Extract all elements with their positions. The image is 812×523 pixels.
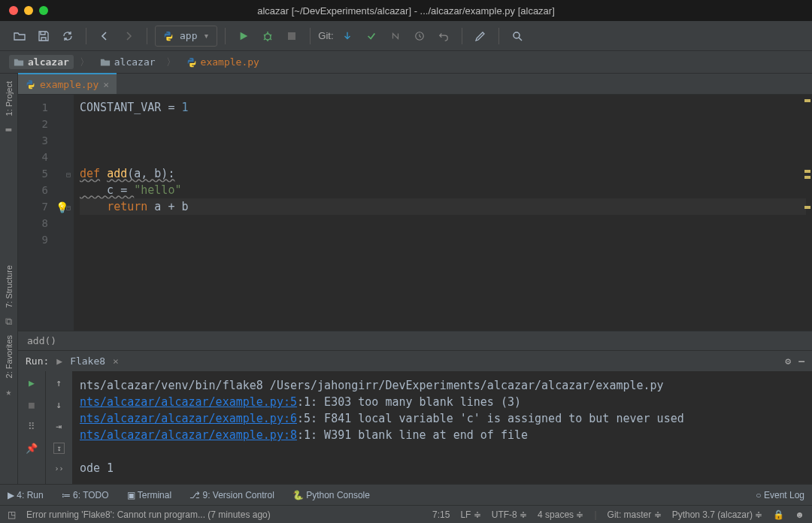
code-text <box>80 200 107 213</box>
settings-icon[interactable] <box>470 26 491 47</box>
event-log-tab[interactable]: ○ Event Log <box>756 490 804 500</box>
breadcrumb-bar: alcazar 〉 alcazar 〉 example.py <box>0 51 812 74</box>
search-icon[interactable] <box>507 26 528 47</box>
hide-icon[interactable]: — <box>798 355 804 367</box>
rerun-button[interactable]: ▶ <box>29 377 35 388</box>
editor-tabs: example.py × <box>18 74 812 95</box>
git-label: Git: <box>318 30 333 41</box>
svg-point-0 <box>265 34 271 40</box>
window-minimize-button[interactable] <box>24 6 33 15</box>
lock-icon[interactable]: 🔒 <box>773 509 784 520</box>
git-commit-icon[interactable] <box>361 26 382 47</box>
git-revert-icon[interactable] <box>433 26 454 47</box>
pin-button[interactable]: 📌 <box>26 443 38 454</box>
python-icon <box>163 31 174 41</box>
tool-vcs-label: 9: Version Control <box>202 490 274 500</box>
scroll-button[interactable]: ↧ <box>53 443 64 454</box>
tool-todo-label: 6: TODO <box>73 490 109 500</box>
stop-button[interactable] <box>281 26 302 47</box>
close-icon[interactable]: × <box>103 79 109 90</box>
nav-back-button[interactable] <box>94 26 115 47</box>
window-close-button[interactable] <box>9 6 18 15</box>
event-log-label: Event Log <box>764 490 804 500</box>
wrap-button[interactable]: ⇥ <box>56 421 62 432</box>
structure-icon[interactable]: ⧉ <box>5 316 12 328</box>
run-tab-label[interactable]: Flake8 <box>70 355 105 367</box>
console-link[interactable]: nts/alcazar/alcazar/example.py:5 <box>80 395 297 409</box>
editor-breadcrumb-label[interactable]: add() <box>27 335 56 346</box>
code-text <box>100 167 107 180</box>
code-area[interactable]: CONSTANT_VAR = 1 def add(a, b): c = "hel… <box>74 95 812 331</box>
console-line: nts/alcazar/alcazar/example.py:8:1: W391… <box>80 427 804 443</box>
console-line: nts/alcazar/venv/bin/flake8 /Users/jahon… <box>80 377 804 394</box>
git-update-icon[interactable] <box>337 26 358 47</box>
fold-handle-icon[interactable]: ⊟ <box>66 167 71 183</box>
gear-icon[interactable]: ⚙ <box>785 355 791 367</box>
line-number: 9 <box>18 231 69 248</box>
tool-todo-tab[interactable]: ≔ 6: TODO <box>62 490 109 500</box>
ide-status-icon[interactable]: ☻ <box>795 509 804 520</box>
gutter: 1 2 3 4 5 6 7 8 9 ⊟ ⊟ 💡 <box>18 95 74 331</box>
dropdown-icon: ▾ <box>203 30 209 41</box>
console-output[interactable]: nts/alcazar/venv/bin/flake8 /Users/jahon… <box>72 371 812 484</box>
breadcrumb-file[interactable]: example.py <box>182 55 264 69</box>
status-message[interactable]: Error running 'Flake8': Cannot run progr… <box>26 509 271 520</box>
breadcrumb-folder[interactable]: alcazar <box>95 55 160 69</box>
layout-button[interactable]: ⠿ <box>28 421 35 432</box>
run-panel-title: Run: <box>26 355 49 367</box>
line-separator[interactable]: LF ≑ <box>460 509 480 520</box>
main-toolbar: app ▾ Git: <box>0 21 812 51</box>
tool-run-tab[interactable]: ▶ 4: Run <box>8 490 44 500</box>
breadcrumb-project[interactable]: alcazar <box>9 55 74 69</box>
tool-pyconsole-tab[interactable]: 🐍 Python Console <box>292 490 370 500</box>
interpreter[interactable]: Python 3.7 (alcazar) ≑ <box>672 509 763 520</box>
tool-window-icon[interactable]: ◳ <box>8 509 16 520</box>
python-icon <box>186 57 197 68</box>
git-compare-icon[interactable] <box>385 26 406 47</box>
encoding[interactable]: UTF-8 ≑ <box>492 509 527 520</box>
folder-icon <box>100 57 111 68</box>
tool-favorites-label[interactable]: 2: Favorites <box>5 331 14 382</box>
caret-position[interactable]: 7:15 <box>432 509 450 520</box>
git-history-icon[interactable] <box>409 26 430 47</box>
up-button[interactable]: ↑ <box>56 377 62 388</box>
breadcrumb-project-label: alcazar <box>28 56 69 68</box>
git-branch[interactable]: Git: master ≑ <box>607 509 662 520</box>
console-line: ode 1 <box>80 460 804 476</box>
open-icon[interactable] <box>9 26 30 47</box>
intention-bulb-icon[interactable]: 💡 <box>56 199 68 216</box>
stop-button[interactable]: ■ <box>29 399 35 410</box>
folder-icon[interactable]: ▬ <box>6 123 12 135</box>
run-left-toolbar: ▶ ■ ⠿ 📌 <box>18 371 45 484</box>
window-zoom-button[interactable] <box>39 6 48 15</box>
run-left-toolbar-2: ↑ ↓ ⇥ ↧ ›› <box>45 371 72 484</box>
line-number: 3 <box>18 132 69 149</box>
tool-project-label[interactable]: 1: Project <box>5 77 14 120</box>
play-button[interactable] <box>233 26 254 47</box>
tool-terminal-tab[interactable]: ▣ Terminal <box>127 490 171 500</box>
chevron-right-icon: 〉 <box>80 56 89 69</box>
down-button[interactable]: ↓ <box>56 399 62 410</box>
indent[interactable]: 4 spaces ≑ <box>538 509 583 520</box>
tool-structure-label[interactable]: 7: Structure <box>5 261 14 313</box>
play-icon: ▶ <box>56 355 62 367</box>
tool-vcs-tab[interactable]: ⎇ 9: Version Control <box>189 490 274 500</box>
python-icon <box>26 80 35 89</box>
console-link[interactable]: nts/alcazar/alcazar/example.py:6 <box>80 412 297 425</box>
close-icon[interactable]: × <box>113 355 119 367</box>
breadcrumb-folder-label: alcazar <box>114 56 156 68</box>
line-number: 8 <box>18 215 69 231</box>
run-panel-header: Run: ▶ Flake8 × ⚙ — <box>18 350 812 371</box>
star-icon[interactable]: ★ <box>6 386 12 398</box>
debug-button[interactable] <box>257 26 278 47</box>
nav-forward-button[interactable] <box>118 26 139 47</box>
editor[interactable]: 1 2 3 4 5 6 7 8 9 ⊟ ⊟ 💡 CONSTANT_VAR = 1… <box>18 95 812 331</box>
run-config-selector[interactable]: app ▾ <box>155 26 217 47</box>
window-title: alcazar [~/DevExperiments/alcazar] - ...… <box>0 5 812 17</box>
save-icon[interactable] <box>33 26 54 47</box>
editor-tab[interactable]: example.py × <box>18 73 117 94</box>
console-text: :1: E303 too many blank lines (3) <box>297 395 521 409</box>
more-button[interactable]: ›› <box>54 464 63 473</box>
sync-icon[interactable] <box>57 26 78 47</box>
console-link[interactable]: nts/alcazar/alcazar/example.py:8 <box>80 428 297 442</box>
